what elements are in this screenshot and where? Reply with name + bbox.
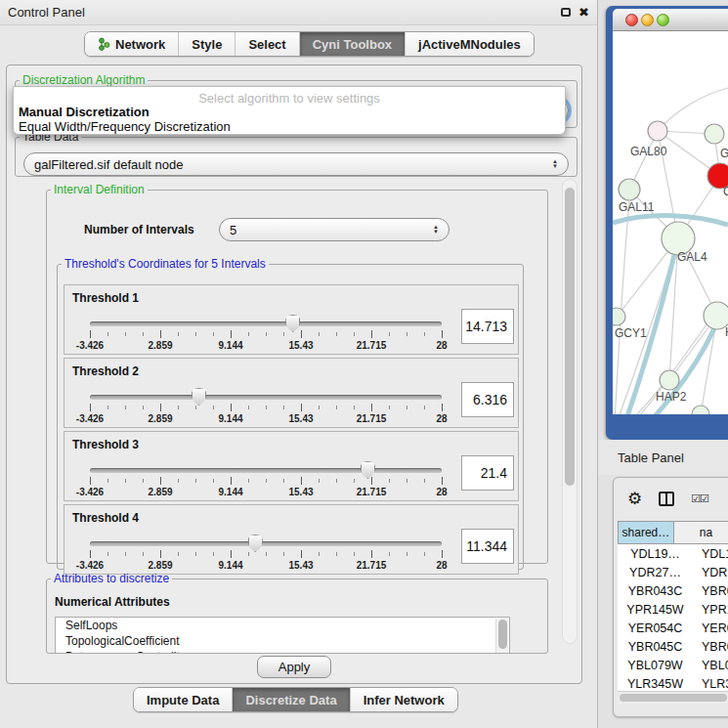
table-cell: YBR045C [618,640,693,654]
num-intervals-combo[interactable]: 5 ▲▼ [219,218,450,241]
tick-label: 21.715 [357,340,387,351]
scrollbar-thumb[interactable] [565,188,575,486]
tab-label: Impute Data [147,693,219,707]
tab-cyni-toolbox[interactable]: Cyni Toolbox [300,32,406,56]
table-row[interactable]: YPR145WYPR1 [618,600,728,619]
tick-label: 28 [436,487,447,497]
apply-button[interactable]: Apply [257,656,331,678]
float-window-icon[interactable] [561,8,571,17]
tab-label: jActiveMNodules [418,37,521,52]
tab-label: Style [192,37,222,52]
tab-network[interactable]: Network [85,32,179,56]
tab-jactivemnodules[interactable]: jActiveMNodules [406,32,534,56]
algorithm-dropdown-popup: Select algorithm to view settings Manual… [13,86,566,135]
table-cell: YER054C [618,621,693,635]
table-row[interactable]: YLR345WYLR3 [618,674,728,691]
tick-label: -3.426 [76,413,104,424]
tick-label: 21.715 [357,560,387,571]
tick-label: 21.715 [357,413,387,424]
network-view-window: GAL80GACGAL11GAL4GCY1HHAP2 [606,6,728,440]
threshold-value-field[interactable]: 6.316 [461,382,514,417]
network-node[interactable] [648,121,667,141]
table-cell: YER0 [693,621,728,635]
mode-tab-impute-data[interactable]: Impute Data [134,688,233,711]
table-hscrollbar[interactable] [618,691,728,704]
threshold-slider[interactable]: -3.4262.8599.14415.4321.71528 [90,390,442,425]
algorithm-placeholder-item[interactable]: Select algorithm to view settings [14,91,565,106]
control-panel-title: Control Panel [8,5,85,20]
interval-definition-title: Interval Definition [51,183,148,196]
table-row[interactable]: YER054CYER0 [618,619,728,637]
threshold-slider[interactable]: -3.4262.8599.14415.4321.71528 [90,463,442,498]
algorithm-option-manual[interactable]: Manual Discretization [18,105,561,119]
threshold-value-field[interactable]: 11.344 [461,529,514,564]
attributes-group: Attributes to discretize Numerical Attri… [46,572,548,654]
tick-label: 9.144 [218,413,242,424]
network-edge [660,88,728,129]
table-data-combo[interactable]: galFiltered.sif default node ▲▼ [23,152,569,176]
control-panel-scrollbar[interactable] [562,179,578,644]
threshold-slider[interactable]: -3.4262.8599.14415.4321.71528 [90,317,442,352]
table-row[interactable]: YBR045CYBR0 [618,637,728,656]
slider-track[interactable] [90,395,442,400]
tick-label: 9.144 [218,487,242,497]
minimize-traffic-light[interactable] [641,14,654,26]
table-column-header[interactable]: na [674,521,728,544]
table-cell: YDL1 [693,547,728,561]
slider-track[interactable] [90,468,442,473]
network-node[interactable] [692,406,709,414]
tick-label: 2.859 [148,340,172,351]
table-cell: YBR0 [693,584,728,598]
tab-select[interactable]: Select [236,32,299,56]
tick-label: 15.43 [288,413,313,424]
tick-label: 28 [436,340,447,351]
network-node[interactable] [660,370,679,390]
attributes-scrollbar[interactable] [495,619,508,654]
mode-tab-discretize-data[interactable]: Discretize Data [233,688,350,711]
network-node[interactable] [613,308,625,325]
table-cell: YDR2 [693,566,728,579]
tab-style[interactable]: Style [179,32,236,56]
table-cell: YBL0 [693,659,728,672]
network-node[interactable] [705,124,724,144]
threshold-value-field[interactable]: 14.713 [461,309,514,344]
show-columns-icon[interactable] [659,492,674,506]
threshold-panel: Threshold 1-3.4262.8599.14415.4321.71528… [64,284,519,355]
attribute-item[interactable]: TopologicalCoefficient [56,633,509,649]
table-cell: YDR27… [618,566,693,579]
tick-label: -3.426 [76,340,104,351]
toolbox-tabs: NetworkStyleSelectCyni ToolboxjActiveMNo… [84,31,535,57]
zoom-traffic-light[interactable] [657,14,669,26]
mode-tab-infer-network[interactable]: Infer Network [351,688,457,711]
table-row[interactable]: YDR27…YDR2 [618,563,728,581]
attribute-item[interactable]: BetweennessCentrality [56,649,509,654]
algorithm-option-equal-width[interactable]: Equal Width/Frequency Discretization [18,119,561,134]
table-column-header[interactable]: shared… [618,521,674,544]
thresholds-group: Threshold's Coordinates for 5 Intervals … [57,257,524,570]
table-row[interactable]: YBR043CYBR0 [618,581,728,600]
tick-label: 9.144 [218,340,242,351]
table-row[interactable]: YDL19…YDL1 [618,544,728,563]
network-node-label: GAL11 [619,200,655,214]
network-node[interactable] [619,179,640,200]
control-panel-window: Control Panel ✖ NetworkStyleSelectCyni T… [0,0,598,728]
network-node-label: GA [720,147,728,160]
threshold-slider[interactable]: -3.4262.8599.14415.4321.71528 [90,536,442,572]
close-traffic-light[interactable] [625,14,638,26]
hscrollbar-thumb[interactable] [620,694,727,702]
slider-track[interactable] [90,541,442,546]
slider-track[interactable] [90,321,442,326]
cyni-toolbox-panel: Discretization Algorithm Select algorith… [6,64,582,684]
threshold-panel: Threshold 2-3.4262.8599.14415.4321.71528… [64,358,519,428]
tab-label: Select [248,37,285,52]
table-cell: YBL079W [618,659,693,672]
attribute-item[interactable]: SelfLoops [56,618,509,633]
combo-stepper-icon: ▲▼ [552,159,558,169]
close-icon[interactable]: ✖ [578,6,589,19]
table-row[interactable]: YBL079WYBL0 [618,656,728,674]
table-header-row: shared…na [618,521,728,544]
select-all-columns-icon[interactable]: ☑☑ [691,492,708,505]
settings-gear-icon[interactable]: ⚙ [627,489,642,508]
threshold-value-field[interactable]: 21.4 [461,455,514,491]
network-canvas[interactable]: GAL80GACGAL11GAL4GCY1HHAP2 [613,31,728,414]
